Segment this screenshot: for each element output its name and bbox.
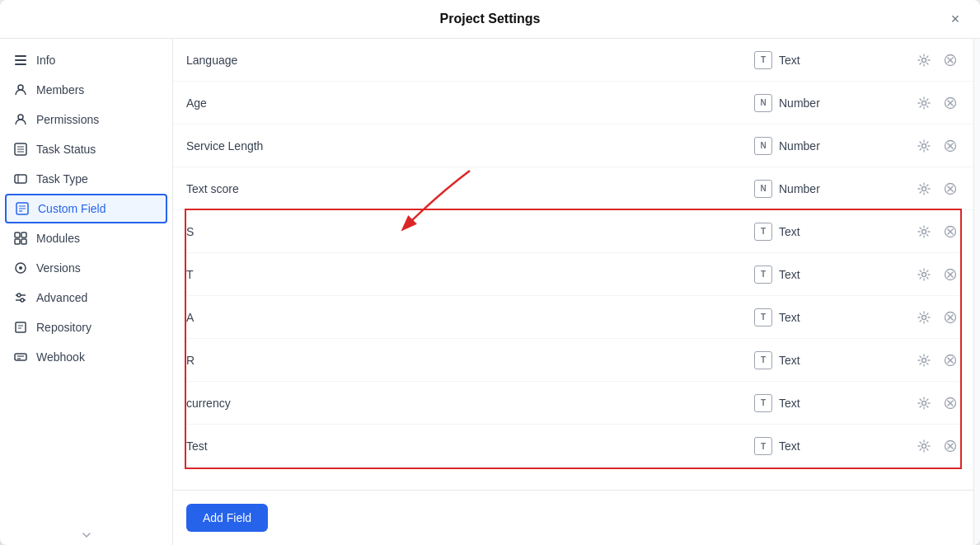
settings-button[interactable] <box>914 136 934 156</box>
svg-point-33 <box>922 101 926 105</box>
table-row: Service Length N Number <box>173 125 973 167</box>
field-name: S <box>186 214 754 250</box>
field-name: currency <box>186 385 754 421</box>
list-icon <box>13 53 28 68</box>
settings-button[interactable] <box>914 93 934 113</box>
sidebar-item-custom-field[interactable]: Custom Field <box>5 194 167 223</box>
field-name: R <box>186 342 754 378</box>
type-label: Text <box>779 311 800 324</box>
svg-point-57 <box>922 358 926 362</box>
user-icon <box>13 82 28 97</box>
svg-rect-18 <box>21 239 26 244</box>
svg-point-23 <box>17 294 21 297</box>
delete-button[interactable] <box>940 393 960 413</box>
right-scrollbar[interactable] <box>973 39 980 545</box>
field-actions <box>903 393 960 413</box>
field-type: N Number <box>754 137 903 155</box>
table-row: T T Text <box>186 253 960 296</box>
delete-button[interactable] <box>940 136 960 156</box>
type-label: Text <box>779 54 800 67</box>
field-actions <box>903 265 960 284</box>
sidebar-item-members[interactable]: Members <box>0 75 172 105</box>
sidebar-item-repository-label: Repository <box>36 321 91 334</box>
table-row: A T Text <box>186 296 960 339</box>
type-label: Text <box>779 354 800 367</box>
field-actions <box>903 308 960 327</box>
highlighted-rows-section: S T Text <box>186 210 960 467</box>
delete-button[interactable] <box>940 308 960 327</box>
modal-body: Info Members <box>0 39 980 545</box>
type-label: Number <box>779 96 820 110</box>
svg-rect-9 <box>15 175 26 183</box>
svg-point-45 <box>922 229 926 233</box>
sidebar-item-advanced[interactable]: Advanced <box>0 283 172 312</box>
svg-rect-15 <box>15 233 20 237</box>
sidebar-item-webhook[interactable]: Webhook <box>0 342 172 372</box>
svg-rect-17 <box>15 239 20 244</box>
svg-rect-16 <box>21 233 26 237</box>
field-type: T Text <box>754 265 903 284</box>
svg-rect-1 <box>15 59 26 61</box>
field-actions <box>903 350 960 370</box>
type-label: Text <box>779 397 800 410</box>
field-name: Text score <box>186 171 754 207</box>
settings-button[interactable] <box>914 308 934 327</box>
modal-title: Project Settings <box>440 12 541 26</box>
custom-field-icon <box>15 201 30 216</box>
table-row: S T Text <box>186 210 960 253</box>
sidebar-item-repository[interactable]: Repository <box>0 312 172 342</box>
sidebar-item-task-status[interactable]: Task Status <box>0 134 172 164</box>
sidebar-item-versions[interactable]: Versions <box>0 253 172 283</box>
svg-point-37 <box>922 143 926 148</box>
field-actions <box>903 93 960 113</box>
sidebar-item-modules[interactable]: Modules <box>0 223 172 253</box>
svg-point-4 <box>18 115 23 120</box>
field-actions <box>903 179 960 199</box>
field-type: T Text <box>754 351 903 369</box>
sidebar-item-permissions[interactable]: Permissions <box>0 105 172 134</box>
svg-rect-0 <box>15 55 26 57</box>
delete-button[interactable] <box>940 265 960 284</box>
content-footer: Add Field <box>173 490 973 545</box>
text-type-icon: T <box>754 437 772 455</box>
field-name: T <box>186 256 754 293</box>
settings-button[interactable] <box>914 350 934 370</box>
settings-button[interactable] <box>914 179 934 199</box>
svg-point-24 <box>21 298 24 302</box>
sidebar-scroll: Info Members <box>0 39 172 529</box>
close-button[interactable]: × <box>944 7 967 31</box>
delete-button[interactable] <box>940 50 960 70</box>
field-name: Age <box>186 85 754 121</box>
content-scroll[interactable]: Language T Text <box>173 39 973 490</box>
field-actions <box>903 50 960 70</box>
modules-icon <box>13 231 28 246</box>
field-type: T Text <box>754 394 903 412</box>
sidebar-item-members-label: Members <box>36 83 84 96</box>
text-type-icon: T <box>754 351 772 369</box>
delete-button[interactable] <box>940 222 960 242</box>
svg-point-49 <box>922 272 926 276</box>
settings-button[interactable] <box>914 50 934 70</box>
sidebar-item-task-type[interactable]: Task Type <box>0 164 172 194</box>
delete-button[interactable] <box>940 93 960 113</box>
settings-button[interactable] <box>914 222 934 242</box>
add-field-button[interactable]: Add Field <box>186 504 268 532</box>
sidebar-item-info[interactable]: Info <box>0 45 172 75</box>
settings-button[interactable] <box>914 265 934 284</box>
number-type-icon: N <box>754 180 772 198</box>
svg-point-61 <box>922 401 926 405</box>
delete-button[interactable] <box>940 350 960 370</box>
delete-button[interactable] <box>940 179 960 199</box>
delete-button[interactable] <box>940 436 960 456</box>
field-type: T Text <box>754 308 903 327</box>
field-type: T Text <box>754 437 903 455</box>
settings-button[interactable] <box>914 436 934 456</box>
main-content: Language T Text <box>173 39 973 545</box>
type-label: Text <box>779 225 800 238</box>
project-settings-modal: Project Settings × Info <box>0 0 980 545</box>
fields-table: Language T Text <box>173 39 973 467</box>
svg-rect-25 <box>15 354 26 360</box>
settings-button[interactable] <box>914 393 934 413</box>
type-label: Text <box>779 439 800 453</box>
versions-icon <box>13 261 28 275</box>
